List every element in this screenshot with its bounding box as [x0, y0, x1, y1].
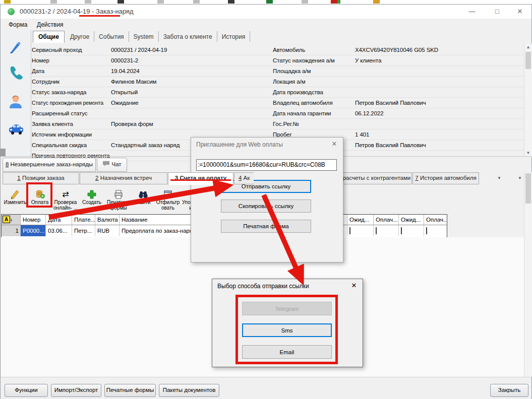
functions-button[interactable]: Функции [5, 384, 48, 397]
field-value[interactable]: 0000231 / 2024-04-19 [111, 45, 272, 55]
checkbox[interactable] [426, 227, 427, 234]
minimize-button[interactable]: — [464, 7, 480, 17]
field-value[interactable]: Петров Василий Павлович [355, 140, 523, 150]
dialog-close-icon[interactable]: ✕ [349, 282, 359, 289]
filter-button[interactable]: Отфильтровать [155, 189, 181, 212]
person-icon[interactable] [8, 94, 23, 111]
tab-acts[interactable]: 4 Ак [234, 172, 254, 184]
field-value[interactable]: У клиента [355, 55, 523, 65]
car-icon[interactable] [8, 121, 24, 139]
checkbox[interactable] [376, 227, 377, 234]
dialog-close-icon[interactable]: ✕ [330, 140, 339, 148]
phone-icon[interactable] [8, 65, 24, 83]
import-export-button[interactable]: Импорт/Экспорт [51, 384, 101, 397]
sidebar-splitter[interactable] [1, 149, 6, 156]
create-button[interactable]: Создать [80, 189, 103, 212]
cell-payer[interactable]: Петр... [72, 225, 95, 236]
form-scrollbar[interactable]: ▲ ▼ [524, 44, 532, 157]
find-button[interactable]: Найти [133, 189, 153, 212]
column-header[interactable]: Ожид... [399, 215, 424, 225]
copy-link-button[interactable]: Скопировать ссылку [221, 200, 311, 213]
tab-zabota-o-kliente[interactable]: Забота о клиенте [159, 31, 217, 42]
tab-drugoe[interactable]: Другое [66, 31, 94, 42]
cell-expected[interactable] [399, 225, 424, 236]
form-field-row: Локация а/м [273, 77, 523, 87]
footer-bar: Функции Импорт/Экспорт Печатные формы Па… [1, 377, 531, 399]
field-value[interactable]: Ожидание [111, 98, 272, 108]
tab-system[interactable]: System [129, 31, 159, 42]
field-value[interactable]: 0000231-2 [111, 55, 272, 65]
field-value[interactable]: Открытый [111, 87, 272, 97]
tab-sobytiya[interactable]: События [94, 31, 129, 42]
background-toolbar-icon [4, 0, 11, 4]
tab-overflow-left-icon[interactable]: ▼ [497, 176, 501, 180]
online-check-button[interactable]: ⇄ Проверка онлайн- ... [53, 189, 78, 212]
scroll-up-button[interactable]: ▲ [524, 44, 532, 51]
field-value[interactable]: 1 401 [355, 129, 523, 140]
close-button[interactable]: ✕ [512, 7, 527, 17]
field-value[interactable]: Проверка форм [111, 119, 272, 129]
menu-item-deystviya[interactable]: Действия [34, 20, 67, 29]
print-forms-button[interactable]: Печатные формы [105, 189, 132, 212]
print-forms-footer-button[interactable]: Печатные формы [104, 384, 156, 397]
cell-date[interactable]: 03.06... [46, 225, 72, 236]
column-header[interactable]: Оплач... [374, 215, 399, 225]
field-label: Специальная скидка [32, 140, 111, 150]
sync-icon: ⇄ [62, 189, 69, 200]
tab-appointments[interactable]: 2 Назначения встреч [80, 172, 167, 184]
tab-overflow-right-icon[interactable]: ▼ [518, 176, 522, 180]
scroll-down-button[interactable]: ▼ [524, 150, 532, 157]
field-value[interactable] [355, 119, 523, 129]
print-form-button[interactable]: Печатная форма [221, 220, 311, 233]
form-right-column: АвтомобильX4XCV69420Y810046 G05 SKD Стат… [273, 45, 523, 151]
field-value[interactable] [355, 87, 523, 97]
tab-unfinished-orders[interactable]: 8 Незавершенные заказ-наряды [3, 158, 96, 172]
field-value[interactable]: Филинов Максим [111, 77, 272, 87]
column-header[interactable]: Дата [46, 215, 72, 225]
column-header[interactable]: Номер [21, 215, 46, 225]
form-field-row: Сервисный проход0000231 / 2024-04-19 [32, 45, 272, 55]
cell-expected[interactable] [347, 225, 374, 236]
scrollbar-thumb[interactable] [525, 52, 531, 69]
checkbox[interactable] [401, 227, 402, 234]
cell-number[interactable]: P0000... [21, 225, 46, 236]
column-header[interactable]: Валюта [95, 215, 120, 225]
tab-chat[interactable]: Чат [97, 158, 127, 172]
field-value[interactable]: X4XCV69420Y810046 G05 SKD [355, 45, 523, 55]
tab-label: расчеты с контрагентами [343, 175, 411, 181]
tab-car-history[interactable]: 7 История автомобиля [412, 172, 479, 184]
column-header[interactable]: Ожид... [347, 215, 374, 225]
field-value[interactable] [111, 108, 272, 118]
tab-accelerator: 1 [17, 175, 20, 181]
corner-row-label: 1 [10, 218, 12, 222]
table-corner-cell[interactable]: A1 [2, 215, 21, 225]
payment-link-input[interactable]: :=10000001&sum=16680&cur=RUB&crc=C08B [196, 159, 337, 171]
tab-counterparty-settlements[interactable]: расчеты с контрагентами [341, 172, 412, 184]
maximize-button[interactable]: □ [490, 7, 505, 17]
column-header[interactable]: Плате... [72, 215, 95, 225]
scrollbar-thumb[interactable] [525, 173, 531, 204]
edit-button[interactable]: Изменить [4, 189, 27, 212]
document-packages-button[interactable]: Пакеты документов [159, 384, 219, 397]
field-value[interactable]: Петров Василий Павлович [355, 98, 523, 108]
list-scrollbar[interactable] [524, 172, 532, 377]
close-form-button[interactable]: Закрыть [490, 384, 528, 397]
cell-paid[interactable] [374, 225, 399, 236]
form-field-row: Расширенный статус [32, 108, 272, 119]
column-header[interactable]: Оплач... [424, 215, 447, 225]
field-value[interactable] [355, 66, 523, 76]
field-value[interactable]: 19.04.2024 [111, 66, 272, 76]
form-field-row: Дата начала гарантии06.12.2022 [273, 108, 523, 119]
field-label: Статус прохождения ремонта [32, 98, 111, 108]
field-value[interactable] [355, 77, 523, 87]
field-label: Дата начала гарантии [273, 108, 355, 118]
checkbox[interactable] [349, 227, 350, 234]
tab-invoices[interactable]: 3 Счета на оплату [168, 172, 233, 185]
pen-icon[interactable] [8, 40, 23, 57]
cell-paid[interactable] [424, 225, 447, 236]
tab-istoriya[interactable]: История [217, 31, 251, 42]
menu-item-forma[interactable]: Форма [6, 20, 30, 29]
cell-currency[interactable]: RUB [95, 225, 120, 236]
tab-obshchie[interactable]: Общие [33, 31, 65, 43]
field-value[interactable]: 06.12.2022 [355, 108, 523, 118]
